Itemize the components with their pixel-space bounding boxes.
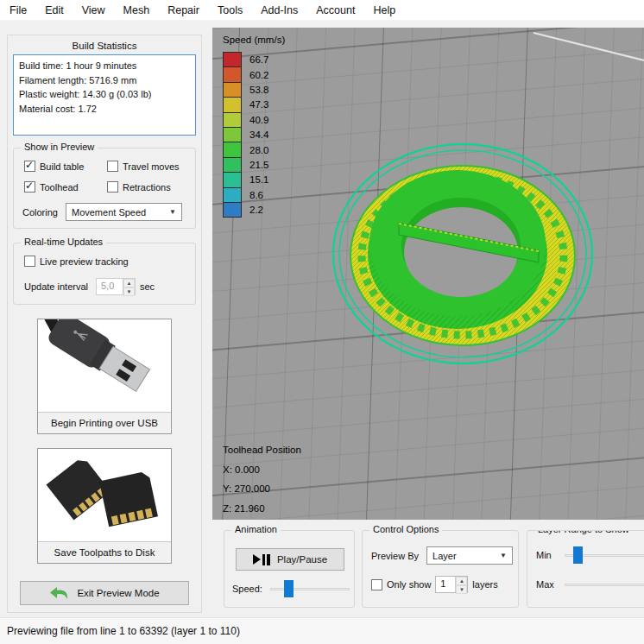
legend-swatch (223, 112, 242, 128)
legend-value: 2.2 (249, 205, 263, 215)
control-options-group: Control Options Preview By Layer ▼ Only … (362, 530, 519, 608)
save-toolpaths-caption: Save Toolpaths to Disk (38, 541, 171, 563)
max-slider-track[interactable] (565, 584, 644, 586)
legend-swatch (223, 52, 242, 67)
layer-range-group: Layer Range to Show Min Max (527, 530, 644, 608)
spin-up-icon[interactable]: ▲ (123, 279, 135, 287)
build-statistics-box: Build time: 1 hour 9 minutes Filament le… (13, 54, 196, 136)
build-table-label: Build table (40, 161, 84, 172)
legend-swatch (223, 82, 242, 98)
legend-swatch (223, 202, 242, 218)
min-layer-slider[interactable] (565, 546, 644, 564)
preview-sidebar: Build Statistics Build time: 1 hour 9 mi… (7, 35, 202, 613)
realtime-updates-title: Real-time Updates (21, 237, 106, 247)
menu-view[interactable]: View (82, 4, 105, 16)
toolhead-x: X: 0.000 (223, 465, 301, 476)
min-slider-handle[interactable] (573, 546, 583, 564)
play-pause-label: Play/Pause (277, 554, 327, 565)
retractions-label: Retractions (123, 182, 171, 193)
exit-preview-label: Exit Preview Mode (77, 588, 159, 598)
coloring-label: Coloring (22, 207, 58, 218)
menu-file[interactable]: File (9, 4, 27, 16)
layer-range-title: Layer Range to Show (534, 530, 633, 534)
speed-slider-handle[interactable] (284, 580, 294, 597)
update-interval-value: 5,0 (97, 279, 123, 294)
legend-swatch (223, 142, 242, 157)
speed-slider-track[interactable] (270, 588, 350, 590)
max-layer-slider[interactable] (565, 576, 644, 593)
legend-value: 28.0 (249, 145, 268, 155)
max-label: Max (536, 579, 560, 590)
control-options-title: Control Options (369, 524, 442, 534)
spin-down-icon[interactable]: ▼ (123, 287, 135, 296)
only-show-checkbox[interactable] (371, 579, 382, 590)
animation-title: Animation (231, 524, 281, 534)
update-interval-unit: sec (140, 281, 155, 292)
preview-bottom-panel: Animation Play/Pause Speed: Control Opti… (212, 520, 644, 616)
speed-legend: Speed (mm/s) 66.7 60.2 53.8 47.3 40.9 34… (223, 35, 285, 218)
legend-swatch (223, 157, 242, 173)
show-in-preview-title: Show in Preview (21, 142, 98, 152)
menu-bar: File Edit View Mesh Repair Tools Add-Ins… (0, 0, 644, 21)
preview-by-label: Preview By (371, 551, 419, 561)
chevron-down-icon: ▼ (169, 208, 176, 216)
play-pause-button[interactable]: Play/Pause (236, 548, 344, 571)
show-in-preview-group: Show in Preview Build table Travel moves… (13, 148, 196, 229)
green-back-arrow-icon (49, 586, 70, 600)
toolhead-label: Toolhead (40, 182, 79, 193)
update-interval-spinner[interactable]: 5,0 ▲▼ (96, 278, 136, 295)
spin-down-icon[interactable]: ▼ (456, 585, 467, 594)
live-preview-label: Live preview tracking (40, 256, 129, 267)
menu-account[interactable]: Account (316, 4, 355, 16)
exit-preview-button[interactable]: Exit Preview Mode (20, 581, 189, 605)
menu-tools[interactable]: Tools (218, 4, 243, 16)
legend-swatch (223, 127, 242, 142)
travel-moves-label: Travel moves (123, 161, 180, 172)
legend-value: 40.9 (249, 115, 268, 125)
toolhead-checkbox[interactable] (24, 181, 35, 193)
legend-swatch (223, 172, 242, 187)
legend-value: 21.5 (249, 160, 268, 170)
menu-addins[interactable]: Add-Ins (261, 4, 298, 16)
legend-value: 53.8 (249, 85, 268, 95)
animation-group: Animation Play/Pause Speed: (224, 530, 355, 608)
speed-label: Speed: (232, 584, 262, 594)
build-statistics-title: Build Statistics (8, 41, 201, 51)
begin-printing-usb-button[interactable]: Begin Printing over USB (37, 319, 172, 434)
legend-swatch (223, 66, 242, 82)
menu-help[interactable]: Help (373, 4, 395, 16)
build-time: Build time: 1 hour 9 minutes (19, 59, 190, 73)
status-text: Previewing file from line 1 to 63392 (la… (7, 625, 240, 637)
status-bar: Previewing file from line 1 to 63392 (la… (0, 617, 644, 644)
preview-by-dropdown[interactable]: Layer ▼ (426, 546, 513, 565)
plastic-weight: Plastic weight: 14.30 g (0.03 lb) (19, 87, 190, 102)
update-interval-label: Update interval (24, 281, 88, 292)
legend-value: 8.6 (249, 190, 263, 200)
spin-up-icon[interactable]: ▲ (456, 577, 467, 585)
preview-3d-viewport[interactable]: Speed (mm/s) 66.7 60.2 53.8 47.3 40.9 34… (212, 28, 644, 520)
travel-moves-checkbox[interactable] (107, 161, 118, 172)
filament-length: Filament length: 5716.9 mm (19, 73, 190, 88)
min-label: Min (536, 550, 560, 560)
only-show-spinner[interactable]: 1 ▲▼ (435, 576, 468, 593)
menu-edit[interactable]: Edit (45, 4, 64, 16)
sd-cards-image (38, 449, 171, 542)
retractions-checkbox[interactable] (107, 181, 118, 193)
live-preview-checkbox[interactable] (24, 256, 35, 267)
menu-repair[interactable]: Repair (167, 4, 199, 16)
toolhead-z: Z: 21.960 (223, 504, 301, 515)
coloring-dropdown[interactable]: Movement Speed ▼ (66, 203, 182, 221)
play-pause-icon (253, 554, 270, 565)
save-toolpaths-button[interactable]: Save Toolpaths to Disk (37, 448, 172, 564)
speed-legend-title: Speed (mm/s) (223, 35, 285, 45)
material-cost: Material cost: 1.72 (19, 102, 190, 117)
build-table-checkbox[interactable] (24, 161, 35, 172)
toolhead-y: Y: 270.000 (223, 484, 301, 495)
toolhead-position-readout: Toolhead Position X: 0.000 Y: 270.000 Z:… (223, 445, 301, 520)
usb-connector-image (38, 319, 171, 413)
menu-mesh[interactable]: Mesh (123, 4, 150, 16)
legend-swatch (223, 97, 242, 112)
speed-slider[interactable] (270, 580, 350, 597)
only-show-label: Only show (387, 579, 431, 590)
legend-swatch (223, 187, 242, 203)
